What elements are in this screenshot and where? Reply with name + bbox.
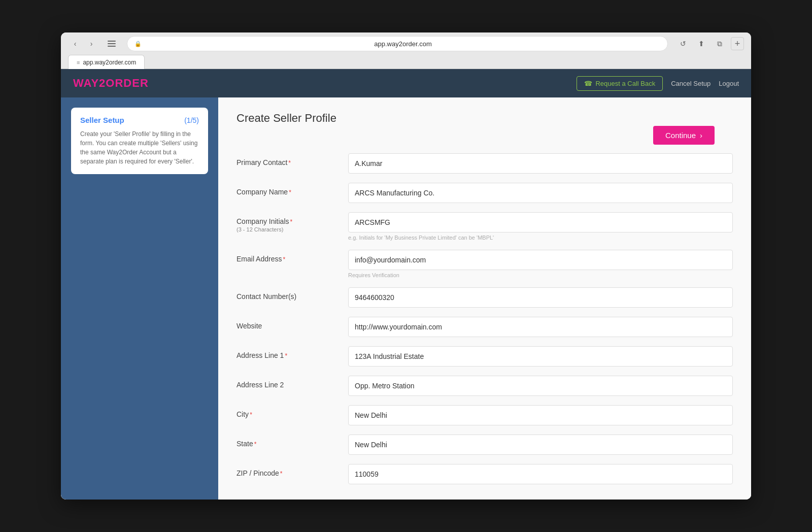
- form-header-row: Create Seller Profile Continue ›: [236, 112, 733, 139]
- input-wrap-website: [348, 317, 733, 337]
- form-title: Create Seller Profile: [236, 112, 336, 125]
- input-wrap-address-line-2: [348, 376, 733, 396]
- input-city[interactable]: [348, 405, 733, 425]
- lock-icon: 🔒: [134, 41, 142, 47]
- form-row: Website: [236, 317, 733, 337]
- phone-icon: ☎: [584, 80, 592, 87]
- form-area: Create Seller Profile Continue › Primary…: [218, 97, 751, 500]
- continue-arrow: ›: [700, 131, 702, 140]
- input-wrap-city: [348, 405, 733, 425]
- input-company-initials[interactable]: [348, 212, 733, 232]
- required-marker: *: [283, 256, 285, 263]
- continue-button[interactable]: Continue ›: [653, 126, 715, 145]
- label-wrap-contact-numbers: Contact Number(s): [236, 287, 338, 301]
- form-row: State*: [236, 435, 733, 455]
- label-wrap-zip-pincode: ZIP / Pincode*: [236, 464, 338, 477]
- tab-switcher-button[interactable]: [105, 37, 119, 51]
- form-row: Contact Number(s): [236, 287, 733, 308]
- required-marker: *: [288, 159, 291, 167]
- hint-email-address: Requires Verification: [348, 272, 733, 278]
- label-wrap-company-initials: Company Initials*(3 - 12 Characters): [236, 212, 338, 232]
- seller-setup-card: Seller Setup (1/5) Create your 'Seller P…: [71, 108, 208, 174]
- required-marker: *: [280, 470, 283, 477]
- input-wrap-company-initials: e.g. Initials for 'My Business Private L…: [348, 212, 733, 241]
- label-city: City*: [236, 410, 338, 418]
- label-state: State*: [236, 440, 338, 448]
- form-row: Address Line 1*: [236, 346, 733, 367]
- input-website[interactable]: [348, 317, 733, 337]
- label-address-line-2: Address Line 2: [236, 381, 338, 389]
- label-company-initials: Company Initials*: [236, 217, 338, 225]
- header-actions: ☎ Request a Call Back Cancel Setup Logou…: [577, 76, 739, 91]
- required-marker: *: [285, 352, 287, 359]
- continue-label: Continue: [665, 131, 696, 140]
- input-wrap-primary-contact: [348, 153, 733, 174]
- browser-nav: ‹ ›: [68, 37, 98, 51]
- back-button[interactable]: ‹: [68, 37, 82, 51]
- label-contact-numbers: Contact Number(s): [236, 292, 338, 301]
- forward-button[interactable]: ›: [84, 37, 98, 51]
- label-company-name: Company Name*: [236, 188, 338, 196]
- main-layout: Seller Setup (1/5) Create your 'Seller P…: [61, 97, 751, 500]
- label-wrap-address-line-2: Address Line 2: [236, 376, 338, 389]
- form-row: ZIP / Pincode*: [236, 464, 733, 484]
- input-email-address[interactable]: [348, 250, 733, 270]
- label-website: Website: [236, 322, 338, 330]
- seller-setup-step: (1/5): [184, 116, 199, 124]
- required-marker: *: [289, 189, 291, 196]
- browser-tab[interactable]: ≡ app.way2order.com: [68, 55, 145, 69]
- svg-rect-2: [108, 46, 116, 47]
- form-row: Company Name*: [236, 183, 733, 203]
- label-email-address: Email Address*: [236, 255, 338, 263]
- label-wrap-website: Website: [236, 317, 338, 330]
- svg-rect-0: [108, 41, 116, 42]
- input-address-line-2[interactable]: [348, 376, 733, 396]
- refresh-button[interactable]: ↺: [676, 37, 690, 51]
- sidebar: Seller Setup (1/5) Create your 'Seller P…: [61, 97, 218, 500]
- app-header: WAY2ORDER ☎ Request a Call Back Cancel S…: [61, 69, 751, 97]
- label-wrap-company-name: Company Name*: [236, 183, 338, 196]
- required-marker: *: [290, 218, 293, 225]
- browser-toolbar: ‹ › 🔒 app.way2order.com ↺ ⬆ ⧉ +: [61, 32, 751, 55]
- svg-rect-1: [108, 43, 116, 44]
- required-marker: *: [254, 441, 257, 448]
- form-row: Company Initials*(3 - 12 Characters)e.g.…: [236, 212, 733, 241]
- cancel-setup-button[interactable]: Cancel Setup: [671, 80, 710, 87]
- request-callback-button[interactable]: ☎ Request a Call Back: [577, 76, 663, 91]
- input-company-name[interactable]: [348, 183, 733, 203]
- form-row: City*: [236, 405, 733, 425]
- input-contact-numbers[interactable]: [348, 287, 733, 308]
- address-bar: 🔒 app.way2order.com: [127, 36, 668, 51]
- input-wrap-contact-numbers: [348, 287, 733, 308]
- browser-actions: ⬆ ⧉ +: [694, 37, 744, 51]
- tab-icon: ≡: [77, 59, 80, 65]
- form-row: Address Line 2: [236, 376, 733, 396]
- form-row: Email Address*Requires Verification: [236, 250, 733, 278]
- new-tab-button[interactable]: +: [731, 37, 744, 50]
- tab-bar: ≡ app.way2order.com: [61, 55, 751, 69]
- tab-switcher-icon: [108, 41, 116, 47]
- seller-setup-description: Create your 'Seller Profile' by filling …: [80, 129, 199, 166]
- logo-2: 2: [99, 77, 106, 89]
- input-state[interactable]: [348, 435, 733, 455]
- seller-setup-title: Seller Setup: [80, 116, 124, 124]
- seller-setup-header: Seller Setup (1/5): [80, 116, 199, 124]
- form-row: Primary Contact*: [236, 153, 733, 174]
- browser-window: ‹ › 🔒 app.way2order.com ↺ ⬆ ⧉ +: [61, 32, 751, 500]
- logo-order: ORDER: [106, 77, 148, 89]
- input-address-line-1[interactable]: [348, 346, 733, 367]
- share-button[interactable]: ⬆: [694, 37, 708, 51]
- label-primary-contact: Primary Contact*: [236, 158, 338, 167]
- label-wrap-state: State*: [236, 435, 338, 448]
- label-wrap-email-address: Email Address*: [236, 250, 338, 263]
- logo: WAY2ORDER: [73, 77, 149, 90]
- copy-button[interactable]: ⧉: [713, 37, 727, 51]
- logout-button[interactable]: Logout: [719, 80, 739, 87]
- input-wrap-zip-pincode: [348, 464, 733, 484]
- input-wrap-state: [348, 435, 733, 455]
- browser-chrome: ‹ › 🔒 app.way2order.com ↺ ⬆ ⧉ +: [61, 32, 751, 69]
- input-primary-contact[interactable]: [348, 153, 733, 174]
- input-wrap-email-address: Requires Verification: [348, 250, 733, 278]
- input-zip-pincode[interactable]: [348, 464, 733, 484]
- input-wrap-address-line-1: [348, 346, 733, 367]
